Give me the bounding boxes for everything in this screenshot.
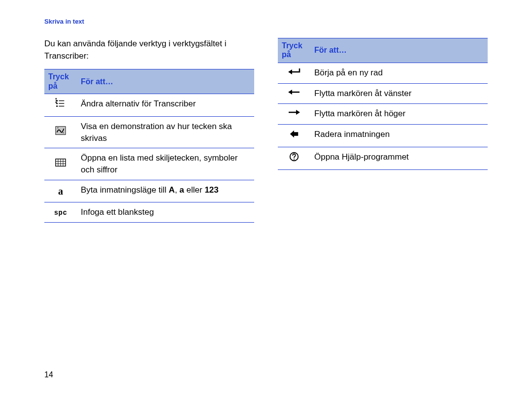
table-header-col1: Tryck på <box>44 69 77 94</box>
tools-table-left: Tryck på För att… Ändra alternativ för T… <box>44 69 254 223</box>
table-row: Ändra alternativ för Transcriber <box>44 94 254 117</box>
table-header-col2: För att… <box>77 69 254 94</box>
options-icon <box>44 94 77 117</box>
svg-marker-7 <box>55 98 57 99</box>
table-cell-description: Öppna en lista med skiljetecken, symbole… <box>77 148 254 180</box>
table-row: Börja på en ny rad <box>278 63 488 83</box>
table-row: spcInfoga ett blanksteg <box>44 202 254 223</box>
table-header-col2: För att… <box>310 38 488 63</box>
help-icon <box>278 147 310 169</box>
table-cell-description: Öppna Hjälp-programmet <box>310 147 488 169</box>
svg-marker-20 <box>288 90 292 95</box>
left-arrow-icon <box>278 83 310 104</box>
table-cell-description: Visa en demonstration av hur tecken ska … <box>77 116 254 148</box>
intro-text: Du kan använda följande verktyg i verkty… <box>44 38 254 62</box>
svg-point-25 <box>294 159 295 160</box>
letter-a-icon: a <box>44 180 77 202</box>
table-header-col1: Tryck på <box>278 38 310 63</box>
svg-marker-18 <box>288 69 292 74</box>
space-icon: spc <box>44 202 77 223</box>
backspace-icon <box>278 125 310 147</box>
table-row: aByta inmatningsläge till A, a eller 123 <box>44 180 254 202</box>
table-cell-description: Infoga ett blanksteg <box>77 202 254 223</box>
table-cell-description: Ändra alternativ för Transcriber <box>77 94 254 117</box>
svg-marker-23 <box>290 131 299 138</box>
keyboard-icon <box>44 148 77 180</box>
table-row: Öppna en lista med skiljetecken, symbole… <box>44 148 254 180</box>
table-cell-description: Flytta markören åt vänster <box>310 83 488 104</box>
page-number: 14 <box>44 370 53 379</box>
table-cell-description: Radera inmatningen <box>310 125 488 147</box>
table-row: Radera inmatningen <box>278 125 488 147</box>
right-column: Tryck på För att… Börja på en ny radFlyt… <box>278 38 488 223</box>
table-cell-description: Byta inmatningsläge till A, a eller 123 <box>77 180 254 202</box>
demo-icon <box>44 116 77 148</box>
table-row: Öppna Hjälp-programmet <box>278 147 488 169</box>
table-row: Flytta markören åt vänster <box>278 83 488 104</box>
right-arrow-icon <box>278 104 310 125</box>
svg-point-1 <box>57 103 58 104</box>
svg-marker-22 <box>296 110 300 115</box>
chapter-title: Skriva in text <box>44 18 488 25</box>
svg-point-10 <box>58 128 59 129</box>
svg-point-2 <box>57 106 58 107</box>
tools-table-right: Tryck på För att… Börja på en ny radFlyt… <box>278 38 488 170</box>
table-cell-description: Flytta markören åt höger <box>310 104 488 125</box>
table-cell-description: Börja på en ny rad <box>310 63 488 83</box>
table-row: Flytta markören åt höger <box>278 104 488 125</box>
svg-point-0 <box>57 100 58 101</box>
enter-icon <box>278 63 310 83</box>
svg-point-11 <box>63 133 64 133</box>
table-row: Visa en demonstration av hur tecken ska … <box>44 116 254 148</box>
left-column: Du kan använda följande verktyg i verkty… <box>44 38 254 223</box>
